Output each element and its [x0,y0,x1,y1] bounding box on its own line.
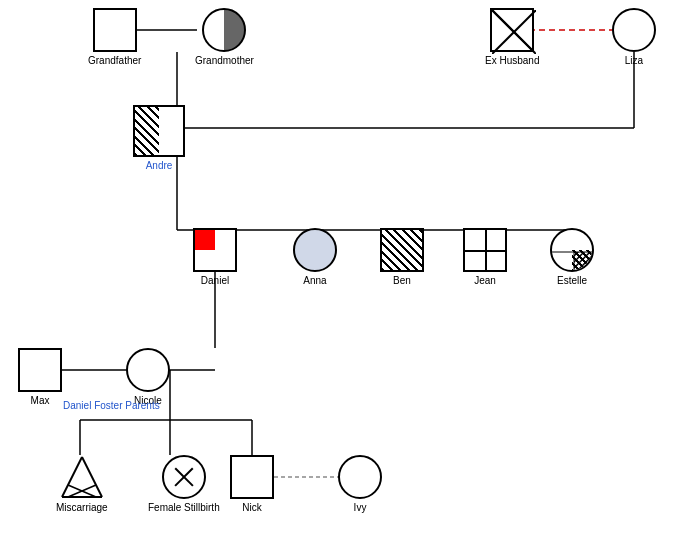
max-node: Max [18,348,62,406]
anna-symbol [293,228,337,272]
female-stillbirth-node: Female Stillbirth [148,455,220,513]
nick-label: Nick [242,502,261,513]
jean-node: Jean [463,228,507,286]
ex-husband-label: Ex Husband [485,55,539,66]
estelle-symbol [550,228,594,272]
andre-node: Andre [133,105,185,171]
ben-symbol [380,228,424,272]
liza-symbol [612,8,656,52]
ex-husband-symbol [490,8,534,52]
max-label: Max [31,395,50,406]
estelle-label: Estelle [557,275,587,286]
ben-label: Ben [393,275,411,286]
miscarriage-node: Miscarriage [56,455,108,513]
ivy-label: Ivy [354,502,367,513]
daniel-symbol [193,228,237,272]
grandfather-label: Grandfather [88,55,141,66]
jean-label: Jean [474,275,496,286]
female-stillbirth-symbol [162,455,206,499]
nicole-node: Nicole [126,348,170,406]
liza-label: Liza [625,55,643,66]
foster-parents-label: Daniel Foster Parents [63,400,160,411]
ex-husband-node: Ex Husband [485,8,539,66]
nick-node: Nick [230,455,274,513]
liza-node: Liza [612,8,656,66]
miscarriage-symbol [60,455,104,499]
genogram-canvas: { "nodes": { "grandfather": {"label": "G… [0,0,694,557]
svg-line-27 [82,457,102,497]
ivy-symbol [338,455,382,499]
andre-label: Andre [146,160,173,171]
stillbirth-x [164,457,204,497]
grandfather-symbol [93,8,137,52]
female-stillbirth-label: Female Stillbirth [148,502,220,513]
daniel-label: Daniel [201,275,229,286]
jean-symbol [463,228,507,272]
svg-line-26 [62,457,82,497]
ben-node: Ben [380,228,424,286]
ivy-node: Ivy [338,455,382,513]
anna-node: Anna [293,228,337,286]
andre-symbol [133,105,185,157]
estelle-node: Estelle [550,228,594,286]
daniel-red-quad [195,230,215,250]
nicole-symbol [126,348,170,392]
grandfather-node: Grandfather [88,8,141,66]
anna-label: Anna [303,275,326,286]
grandmother-symbol [202,8,246,52]
nick-symbol [230,455,274,499]
max-symbol [18,348,62,392]
miscarriage-label: Miscarriage [56,502,108,513]
daniel-node: Daniel [193,228,237,286]
grandmother-node: Grandmother [195,8,254,66]
grandmother-label: Grandmother [195,55,254,66]
